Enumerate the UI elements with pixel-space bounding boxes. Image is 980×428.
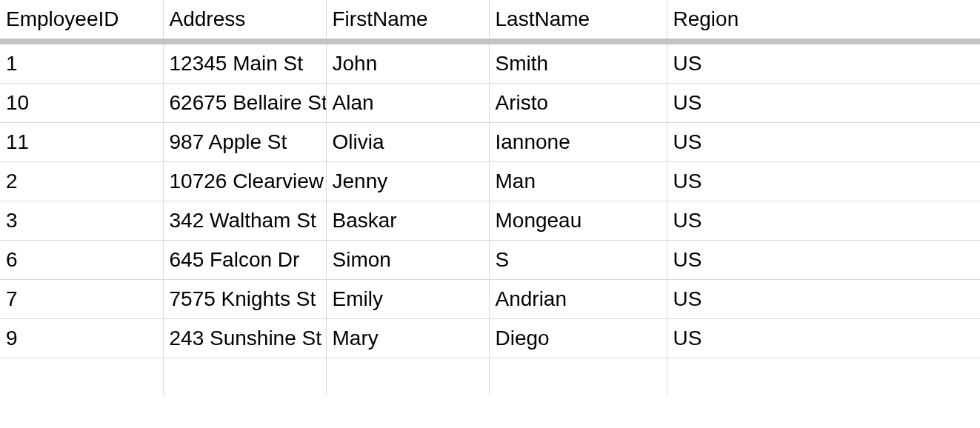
cell-address[interactable]: 7575 Knights St bbox=[163, 280, 326, 319]
column-header-address[interactable]: Address bbox=[163, 0, 326, 41]
cell-address[interactable]: 10726 Clearview bbox=[163, 162, 326, 201]
cell-address[interactable]: 987 Apple St bbox=[163, 123, 326, 162]
cell-region[interactable]: US bbox=[667, 280, 980, 319]
cell-employeeid[interactable]: 6 bbox=[0, 241, 163, 280]
cell-firstname[interactable]: Olivia bbox=[326, 123, 489, 162]
cell-employeeid[interactable]: 3 bbox=[0, 201, 163, 241]
table-row[interactable]: 1 12345 Main St John Smith US bbox=[0, 41, 980, 84]
empty-cell[interactable] bbox=[0, 358, 163, 395]
cell-employeeid[interactable]: 7 bbox=[0, 280, 163, 319]
table-row[interactable]: 6 645 Falcon Dr Simon S US bbox=[0, 241, 980, 280]
cell-firstname[interactable]: Jenny bbox=[326, 162, 489, 201]
cell-region[interactable]: US bbox=[667, 84, 980, 123]
table-row[interactable]: 10 62675 Bellaire St Alan Aristo US bbox=[0, 84, 980, 123]
empty-cell[interactable] bbox=[667, 358, 980, 395]
cell-address[interactable]: 12345 Main St bbox=[163, 41, 326, 84]
table-row[interactable]: 9 243 Sunshine St Mary Diego US bbox=[0, 319, 980, 358]
empty-row[interactable] bbox=[0, 358, 980, 395]
column-header-firstname[interactable]: FirstName bbox=[326, 0, 489, 41]
cell-lastname[interactable]: Iannone bbox=[489, 123, 667, 162]
cell-lastname[interactable]: Man bbox=[489, 162, 667, 201]
table-body: 1 12345 Main St John Smith US 10 62675 B… bbox=[0, 41, 980, 395]
cell-employeeid[interactable]: 10 bbox=[0, 84, 163, 123]
cell-lastname[interactable]: Aristo bbox=[489, 84, 667, 123]
cell-address[interactable]: 62675 Bellaire St bbox=[163, 84, 326, 123]
cell-lastname[interactable]: Andrian bbox=[489, 280, 667, 319]
cell-lastname[interactable]: Mongeau bbox=[489, 201, 667, 241]
table-row[interactable]: 11 987 Apple St Olivia Iannone US bbox=[0, 123, 980, 162]
cell-firstname[interactable]: Alan bbox=[326, 84, 489, 123]
cell-region[interactable]: US bbox=[667, 162, 980, 201]
cell-address[interactable]: 342 Waltham St bbox=[163, 201, 326, 241]
cell-region[interactable]: US bbox=[667, 241, 980, 280]
cell-region[interactable]: US bbox=[667, 41, 980, 84]
cell-address[interactable]: 645 Falcon Dr bbox=[163, 241, 326, 280]
cell-region[interactable]: US bbox=[667, 123, 980, 162]
cell-employeeid[interactable]: 11 bbox=[0, 123, 163, 162]
cell-firstname[interactable]: Mary bbox=[326, 319, 489, 358]
cell-employeeid[interactable]: 9 bbox=[0, 319, 163, 358]
empty-cell[interactable] bbox=[163, 358, 326, 395]
empty-cell[interactable] bbox=[489, 358, 667, 395]
cell-firstname[interactable]: John bbox=[326, 41, 489, 84]
cell-lastname[interactable]: Smith bbox=[489, 41, 667, 84]
cell-employeeid[interactable]: 1 bbox=[0, 41, 163, 84]
table-row[interactable]: 2 10726 Clearview Jenny Man US bbox=[0, 162, 980, 201]
column-header-lastname[interactable]: LastName bbox=[489, 0, 667, 41]
column-header-employeeid[interactable]: EmployeeID bbox=[0, 0, 163, 41]
cell-region[interactable]: US bbox=[667, 319, 980, 358]
table-row[interactable]: 7 7575 Knights St Emily Andrian US bbox=[0, 280, 980, 319]
cell-region[interactable]: US bbox=[667, 201, 980, 241]
cell-firstname[interactable]: Baskar bbox=[326, 201, 489, 241]
data-grid[interactable]: EmployeeID Address FirstName LastName Re… bbox=[0, 0, 980, 395]
cell-address[interactable]: 243 Sunshine St bbox=[163, 319, 326, 358]
empty-cell[interactable] bbox=[326, 358, 489, 395]
cell-firstname[interactable]: Emily bbox=[326, 280, 489, 319]
column-header-region[interactable]: Region bbox=[667, 0, 980, 41]
table-row[interactable]: 3 342 Waltham St Baskar Mongeau US bbox=[0, 201, 980, 241]
cell-lastname[interactable]: S bbox=[489, 241, 667, 280]
cell-lastname[interactable]: Diego bbox=[489, 319, 667, 358]
cell-firstname[interactable]: Simon bbox=[326, 241, 489, 280]
header-row: EmployeeID Address FirstName LastName Re… bbox=[0, 0, 980, 41]
cell-employeeid[interactable]: 2 bbox=[0, 162, 163, 201]
